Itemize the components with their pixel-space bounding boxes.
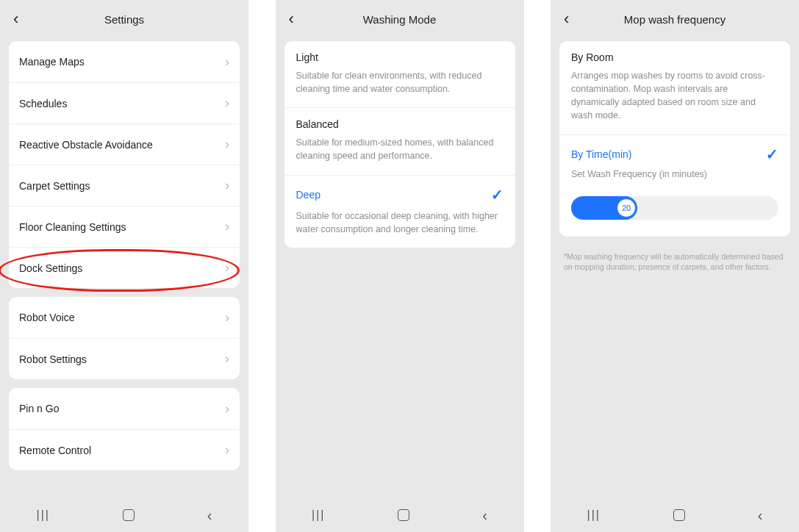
- option-by-room[interactable]: By Room Arranges mop washes by rooms to …: [559, 41, 790, 134]
- nav-home-icon[interactable]: [383, 505, 424, 525]
- check-icon: ✓: [766, 145, 778, 163]
- row-label: Robot Settings: [19, 353, 87, 365]
- freq-content: By Room Arranges mop washes by rooms to …: [551, 38, 799, 498]
- option-title: Deep ✓: [296, 186, 504, 204]
- settings-content: Manage Maps › Schedules › Reactive Obsta…: [0, 38, 248, 498]
- row-schedules[interactable]: Schedules ›: [9, 82, 240, 123]
- chevron-right-icon: ›: [225, 137, 229, 152]
- row-label: Robot Voice: [19, 312, 75, 323]
- chevron-right-icon: ›: [225, 351, 229, 367]
- washing-options-card: Light Suitable for clean environments, w…: [284, 41, 515, 248]
- row-label: Dock Settings: [19, 262, 82, 274]
- option-balanced[interactable]: Balanced Suitable for medium-sized homes…: [284, 107, 515, 174]
- option-title: By Room: [571, 51, 778, 63]
- row-pin-n-go[interactable]: Pin n Go ›: [9, 388, 240, 429]
- option-title-text: Deep: [296, 189, 320, 201]
- chevron-right-icon: ›: [225, 401, 229, 417]
- slider-knob[interactable]: 20: [617, 198, 636, 218]
- row-robot-voice[interactable]: Robot Voice ›: [9, 297, 240, 338]
- android-navbar: ||| ‹: [551, 498, 799, 532]
- row-label: Reactive Obstacle Avoidance: [19, 139, 153, 151]
- nav-back-icon[interactable]: ‹: [193, 503, 227, 528]
- row-label: Manage Maps: [19, 56, 85, 68]
- header: ‹ Mop wash frequency: [551, 0, 799, 38]
- screen-settings: ‹ Settings Manage Maps › Schedules › Rea…: [0, 0, 248, 532]
- android-navbar: ||| ‹: [0, 498, 248, 532]
- chevron-right-icon: ›: [225, 54, 229, 70]
- option-by-time[interactable]: By Time(min) ✓ Set Wash Frequency (in mi…: [559, 134, 790, 237]
- option-desc: Suitable for clean environments, with re…: [296, 69, 504, 96]
- frequency-slider[interactable]: 20: [571, 195, 778, 220]
- back-icon[interactable]: ‹: [289, 10, 294, 29]
- page-title: Settings: [104, 13, 144, 26]
- row-manage-maps[interactable]: Manage Maps ›: [9, 41, 240, 82]
- row-floor-cleaning[interactable]: Floor Cleaning Settings ›: [9, 206, 240, 247]
- check-icon: ✓: [491, 186, 504, 204]
- chevron-right-icon: ›: [225, 219, 229, 234]
- chevron-right-icon: ›: [225, 260, 229, 276]
- nav-back-icon[interactable]: ‹: [467, 503, 502, 528]
- row-remote-control[interactable]: Remote Control ›: [9, 429, 240, 470]
- chevron-right-icon: ›: [225, 178, 229, 193]
- row-robot-settings[interactable]: Robot Settings ›: [9, 338, 240, 379]
- row-label: Carpet Settings: [19, 180, 90, 192]
- freq-card: By Room Arranges mop washes by rooms to …: [559, 41, 790, 237]
- slider-value: 20: [622, 204, 631, 212]
- option-title: Light: [296, 51, 504, 63]
- row-obstacle-avoidance[interactable]: Reactive Obstacle Avoidance ›: [9, 123, 240, 165]
- row-dock-settings[interactable]: Dock Settings ›: [9, 247, 240, 288]
- settings-group-3: Pin n Go › Remote Control ›: [9, 388, 240, 470]
- nav-recent-icon[interactable]: |||: [21, 504, 64, 526]
- row-label: Pin n Go: [19, 403, 59, 414]
- screen-mop-wash-frequency: ‹ Mop wash frequency By Room Arranges mo…: [551, 0, 799, 532]
- header: ‹ Settings: [0, 0, 248, 38]
- nav-home-icon[interactable]: [108, 505, 149, 525]
- chevron-right-icon: ›: [225, 96, 229, 111]
- nav-home-icon[interactable]: [659, 505, 700, 525]
- option-desc: Suitable for occasional deep cleaning, w…: [296, 209, 504, 236]
- option-desc: Arranges mop washes by rooms to avoid cr…: [571, 69, 778, 123]
- row-label: Remote Control: [19, 445, 91, 456]
- page-title: Mop wash frequency: [624, 13, 725, 26]
- option-title-text: By Room: [571, 51, 614, 63]
- row-carpet-settings[interactable]: Carpet Settings ›: [9, 165, 240, 206]
- android-navbar: ||| ‹: [276, 498, 524, 532]
- settings-group-1: Manage Maps › Schedules › Reactive Obsta…: [9, 41, 240, 288]
- page-title: Washing Mode: [363, 13, 437, 26]
- option-sub: Set Wash Frequency (in minutes): [571, 169, 778, 179]
- option-title: By Time(min) ✓: [571, 145, 778, 163]
- header: ‹ Washing Mode: [276, 0, 524, 38]
- footnote: *Mop washing frequency will be automatic…: [559, 245, 790, 273]
- row-label: Schedules: [19, 98, 67, 109]
- option-title-text: Balanced: [296, 118, 339, 130]
- option-light[interactable]: Light Suitable for clean environments, w…: [284, 41, 515, 107]
- nav-back-icon[interactable]: ‹: [743, 503, 778, 528]
- option-title-text: Light: [296, 51, 318, 63]
- back-icon[interactable]: ‹: [13, 10, 18, 29]
- chevron-right-icon: ›: [225, 442, 229, 458]
- row-label: Floor Cleaning Settings: [19, 221, 126, 233]
- washing-content: Light Suitable for clean environments, w…: [276, 38, 524, 498]
- chevron-right-icon: ›: [225, 310, 229, 326]
- back-icon[interactable]: ‹: [564, 10, 569, 29]
- nav-recent-icon[interactable]: |||: [297, 504, 340, 526]
- settings-group-2: Robot Voice › Robot Settings ›: [9, 297, 240, 379]
- screen-washing-mode: ‹ Washing Mode Light Suitable for clean …: [276, 0, 524, 532]
- option-desc: Suitable for medium-sized homes, with ba…: [296, 136, 504, 162]
- option-title: Balanced: [296, 118, 504, 130]
- nav-recent-icon[interactable]: |||: [572, 504, 615, 526]
- option-deep[interactable]: Deep ✓ Suitable for occasional deep clea…: [284, 175, 515, 248]
- option-title-text: By Time(min): [571, 148, 631, 160]
